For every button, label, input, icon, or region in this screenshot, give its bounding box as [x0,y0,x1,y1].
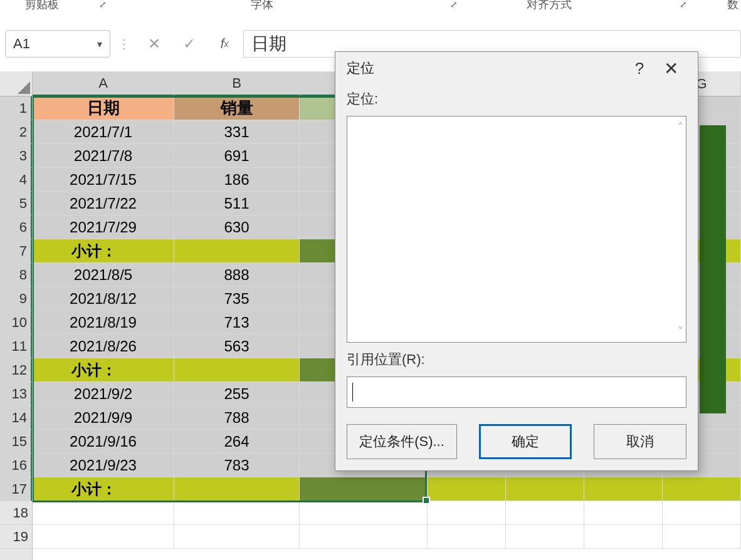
chevron-down-icon[interactable]: ▾ [97,38,102,50]
cell[interactable]: 2021/8/5 [33,263,174,287]
cell[interactable]: 713 [174,311,300,334]
cell[interactable] [174,525,300,549]
name-box[interactable]: A1 ▾ [5,30,110,58]
cell[interactable]: 销量 [174,96,300,120]
cell[interactable]: 888 [174,263,300,287]
cell[interactable]: 186 [174,168,300,192]
cell[interactable]: 630 [174,215,300,239]
row-header-1[interactable]: 1 [0,96,32,120]
table-row: 小计： [33,477,741,501]
cell[interactable] [584,501,663,525]
cell[interactable]: 2021/7/1 [33,120,174,144]
cell[interactable]: 2021/7/22 [33,192,174,215]
row-header-5[interactable]: 5 [0,192,32,215]
cell[interactable] [428,525,506,549]
goto-list[interactable]: ˄ ˅ [347,116,686,343]
cell[interactable]: 735 [174,287,300,311]
cell[interactable]: 788 [174,406,300,430]
row-header-19[interactable]: 19 [0,525,32,549]
cell[interactable]: 2021/8/26 [33,334,174,358]
help-button[interactable]: ? [624,55,655,81]
cell[interactable]: 331 [174,120,300,144]
cell[interactable] [300,525,428,549]
special-button[interactable]: 定位条件(S)... [347,424,457,459]
cell[interactable]: 2021/7/15 [33,168,174,192]
row-header-3[interactable]: 3 [0,144,32,168]
cell[interactable] [428,501,506,525]
row-header-2[interactable]: 2 [0,120,32,144]
cell[interactable] [663,525,741,549]
row-header-4[interactable]: 4 [0,168,32,192]
confirm-button[interactable]: ✓ [173,30,206,58]
cell[interactable]: 2021/8/12 [33,287,174,311]
scroll-down-icon[interactable]: ˅ [678,324,683,338]
cell[interactable] [174,501,300,525]
reference-input[interactable] [347,376,686,408]
close-icon: ✕ [664,58,678,79]
cell[interactable] [174,239,300,263]
row-header-11[interactable]: 11 [0,334,32,358]
cancel-button[interactable]: 取消 [594,424,686,459]
column-header-B[interactable]: B [174,71,300,96]
select-all-corner[interactable] [0,71,32,96]
cell[interactable] [428,477,506,501]
row-header-18[interactable]: 18 [0,501,32,525]
row-header-12[interactable]: 12 [0,358,32,382]
row-header-8[interactable]: 8 [0,263,32,287]
separator: ⋮ [113,36,135,51]
cell[interactable]: 691 [174,144,300,168]
cell[interactable]: 日期 [33,96,174,120]
row-header-10[interactable]: 10 [0,311,32,334]
formula-content: 日期 [251,32,286,56]
row-header-17[interactable]: 17 [0,477,32,501]
row-header-15[interactable]: 15 [0,430,32,454]
row-header-13[interactable]: 13 [0,382,32,406]
help-icon: ? [635,59,644,78]
scroll-up-icon[interactable]: ˄ [678,120,683,134]
cell[interactable] [174,477,300,501]
cell[interactable]: 783 [174,454,300,477]
cell[interactable] [584,525,663,549]
cell[interactable]: 563 [174,334,300,358]
cell[interactable]: 2021/7/29 [33,215,174,239]
cell[interactable]: 2021/9/9 [33,406,174,430]
dialog-body: 定位: ˄ ˅ 引用位置(R): 定位条件(S)... 确定 取消 [335,85,698,470]
cell[interactable] [33,501,174,525]
cell[interactable] [506,501,584,525]
name-box-value: A1 [13,36,30,52]
dialog-buttons: 定位条件(S)... 确定 取消 [347,424,686,459]
cell[interactable]: 2021/9/16 [33,430,174,454]
row-header-9[interactable]: 9 [0,287,32,311]
cell[interactable]: 2021/9/23 [33,454,174,477]
cell[interactable]: 2021/9/2 [33,382,174,406]
row-header-6[interactable]: 6 [0,215,32,239]
cell[interactable]: 2021/7/8 [33,144,174,168]
cell[interactable] [663,477,741,501]
cell[interactable]: 小计： [33,477,174,501]
cell[interactable] [506,477,584,501]
ok-button[interactable]: 确定 [479,424,572,459]
fx-button[interactable]: fx [208,30,241,58]
cell[interactable]: 小计： [33,358,174,382]
column-header-A[interactable]: A [33,71,174,96]
cell[interactable] [300,477,428,501]
cell[interactable]: 511 [174,192,300,215]
cell[interactable] [663,501,741,525]
row-header-14[interactable]: 14 [0,406,32,430]
cell[interactable] [300,501,428,525]
cell[interactable]: 264 [174,430,300,454]
cell[interactable] [174,358,300,382]
cell[interactable] [584,477,663,501]
cell[interactable]: 小计： [33,239,174,263]
column-c-content-fragment [700,125,726,413]
table-row [33,501,741,525]
row-header-7[interactable]: 7 [0,239,32,263]
cell[interactable]: 255 [174,382,300,406]
cell[interactable] [33,525,174,549]
row-header-16[interactable]: 16 [0,454,32,477]
cell[interactable] [506,525,584,549]
close-button[interactable]: ✕ [655,55,686,81]
goto-list-label: 定位: [347,90,686,108]
cell[interactable]: 2021/8/19 [33,311,174,334]
cancel-button[interactable]: ✕ [138,30,171,58]
